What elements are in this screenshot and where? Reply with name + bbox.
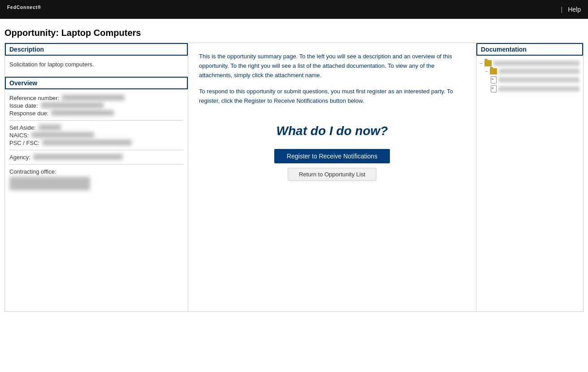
doc-file-2-icon — [491, 85, 497, 92]
psc-value — [42, 140, 132, 145]
doc-folder-2: − — [485, 68, 579, 74]
folder-1-icon — [484, 60, 492, 66]
overview-section: Overview Reference number: Issue date: R… — [5, 77, 188, 196]
overview-row-agency: Agency: — [9, 154, 183, 161]
overview-header: Overview — [5, 77, 188, 89]
issue-value — [41, 102, 104, 108]
left-panel: Description Solicitation for laptop comp… — [4, 43, 188, 312]
right-panel: Documentation − − — [476, 43, 584, 312]
summary-paragraph-1: This is the opportunity summary page. To… — [199, 52, 465, 80]
response-value — [51, 110, 114, 116]
contracting-value — [9, 177, 90, 190]
issue-label: Issue date: — [9, 102, 38, 109]
response-label: Response due: — [9, 110, 48, 117]
register-notifications-button[interactable]: Register to Receive Notifications — [274, 149, 390, 163]
contracting-label: Contracting office: — [9, 168, 56, 175]
page-title-area: Opportunity: Laptop Computers — [0, 19, 588, 43]
folder-1-toggle[interactable]: − — [480, 61, 483, 66]
return-opportunity-list-button[interactable]: Return to Opportunity List — [288, 168, 376, 181]
header-right: | Help — [561, 6, 581, 13]
overview-content: Reference number: Issue date: Response d… — [5, 89, 188, 196]
folder-2-label — [499, 69, 579, 74]
doc-file-2 — [491, 85, 579, 92]
overview-row-contracting: Contracting office: — [9, 168, 183, 175]
folder-2-toggle[interactable]: − — [485, 69, 488, 74]
naics-label: NAICS: — [9, 132, 29, 139]
overview-row-psc: PSC / FSC: — [9, 140, 183, 146]
header-divider: | — [561, 6, 563, 13]
ref-value — [62, 95, 125, 101]
page-title: Opportunity: Laptop Computers — [4, 28, 584, 38]
documentation-header: Documentation — [476, 43, 583, 56]
doc-file-2-label[interactable] — [498, 86, 579, 92]
summary-paragraph-2: To respond to this opportunity or submit… — [199, 87, 465, 106]
setaside-value — [39, 124, 61, 130]
agency-label: Agency: — [9, 154, 30, 161]
overview-row-naics: NAICS: — [9, 132, 183, 139]
description-content: Solicitation for laptop computers. — [5, 56, 188, 73]
naics-value — [31, 132, 94, 138]
logo-sup: ® — [38, 5, 41, 10]
description-text: Solicitation for laptop computers. — [9, 61, 183, 68]
doc-file-1-icon — [491, 76, 497, 83]
overview-row-response: Response due: — [9, 110, 183, 117]
psc-label: PSC / FSC: — [9, 140, 39, 146]
action-buttons: Register to Receive Notifications Return… — [199, 149, 465, 181]
main-layout: Description Solicitation for laptop comp… — [0, 43, 588, 312]
overview-row-setaside: Set Aside: — [9, 124, 183, 131]
setaside-label: Set Aside: — [9, 124, 36, 131]
header: FedConnect® | Help — [0, 0, 588, 19]
folder-2-icon — [490, 68, 497, 74]
ref-label: Reference number: — [9, 95, 59, 101]
overview-row-issue: Issue date: — [9, 102, 183, 109]
description-header: Description — [5, 43, 188, 56]
doc-file-1 — [491, 76, 579, 83]
doc-folder-1: − — [480, 60, 579, 66]
folder-1-label — [493, 61, 579, 66]
agency-value — [33, 154, 123, 160]
documentation-tree: − − — [476, 56, 583, 99]
help-link[interactable]: Help — [568, 6, 581, 13]
logo: FedConnect® — [7, 4, 41, 15]
center-panel: This is the opportunity summary page. To… — [188, 43, 476, 312]
what-do-i-do-heading: What do I do now? — [199, 124, 465, 138]
doc-file-1-label[interactable] — [498, 77, 579, 83]
overview-row-ref: Reference number: — [9, 95, 183, 101]
